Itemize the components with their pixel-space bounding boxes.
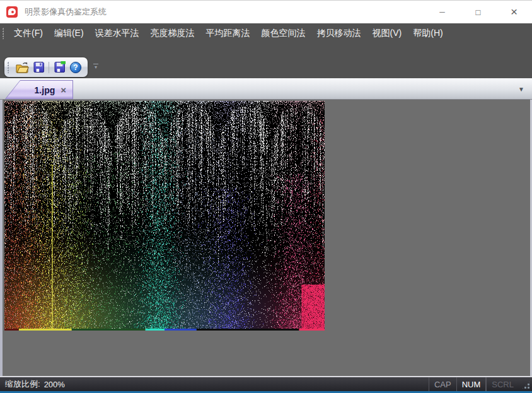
toolbar: ? — [4, 57, 88, 77]
menu-item-luminance-gradient[interactable]: 亮度梯度法 — [145, 23, 200, 43]
svg-text:?: ? — [73, 63, 78, 72]
menu-item-average-distance[interactable]: 平均距离法 — [200, 23, 256, 43]
close-button[interactable]: × — [496, 1, 532, 23]
menu-item-file[interactable]: 文件(F) — [8, 23, 49, 43]
save-as-button[interactable] — [51, 59, 67, 76]
menu-item-help[interactable]: 帮助(H) — [407, 23, 448, 43]
scroll-lock-indicator: SCRL — [486, 377, 519, 391]
menu-item-error-level[interactable]: 误差水平法 — [90, 23, 145, 43]
title-bar[interactable]: 明景影像真伪鉴定系统 ─ □ × — [0, 1, 532, 23]
maximize-button[interactable]: □ — [460, 1, 496, 23]
toolbar-strip: ? ▾ — [0, 43, 532, 78]
window-resize-grip[interactable] — [521, 380, 531, 390]
toolbar-separator — [49, 62, 49, 73]
window-controls: ─ □ × — [424, 1, 532, 23]
zoom-ratio-value: 200% — [44, 380, 65, 389]
help-icon: ? — [69, 61, 82, 74]
menu-item-copy-move[interactable]: 拷贝移动法 — [311, 23, 367, 43]
keyboard-state-indicators: CAP NUM SCRL — [429, 377, 519, 391]
document-tab-strip: 1.jpg × ▼ — [0, 78, 532, 100]
open-file-button[interactable] — [14, 59, 30, 76]
app-window: 明景影像真伪鉴定系统 ─ □ × 文件(F) 编辑(E) 误差水平法 亮度梯度法… — [0, 0, 532, 393]
app-logo-dot — [11, 11, 14, 13]
caps-lock-indicator: CAP — [429, 377, 456, 391]
tab-label: 1.jpg — [35, 85, 55, 95]
tab-1jpg[interactable]: 1.jpg × — [5, 80, 73, 99]
menu-bar: 文件(F) 编辑(E) 误差水平法 亮度梯度法 平均距离法 颜色空间法 拷贝移动… — [0, 23, 532, 43]
zoom-ratio-label: 缩放比例: — [5, 378, 40, 390]
window-title: 明景影像真伪鉴定系统 — [25, 6, 107, 18]
tab-close-icon[interactable]: × — [61, 86, 66, 95]
menu-item-edit[interactable]: 编辑(E) — [49, 23, 90, 43]
help-button[interactable]: ? — [67, 59, 84, 76]
num-lock-indicator: NUM — [456, 377, 487, 391]
tab-list-dropdown-icon[interactable]: ▼ — [518, 85, 524, 92]
save-as-icon — [54, 61, 66, 73]
save-icon — [33, 61, 45, 73]
chevron-down-icon: ▾ — [95, 65, 97, 69]
toolbar-grip-handle[interactable] — [8, 62, 11, 73]
save-button[interactable] — [30, 59, 47, 76]
toolbar-overflow-button[interactable]: ▾ — [93, 64, 98, 69]
menu-item-view[interactable]: 视图(V) — [367, 23, 408, 43]
minimize-button[interactable]: ─ — [424, 1, 460, 23]
image-canvas[interactable] — [4, 101, 325, 331]
tab-1jpg-surface: 1.jpg × — [6, 81, 72, 99]
menu-item-color-space[interactable]: 颜色空间法 — [256, 23, 311, 43]
menubar-grip-handle[interactable] — [3, 28, 6, 39]
app-logo-icon — [6, 6, 18, 18]
open-folder-icon — [15, 61, 29, 73]
image-viewer-area — [0, 100, 532, 376]
status-bar: 缩放比例: 200% CAP NUM SCRL — [0, 376, 532, 393]
